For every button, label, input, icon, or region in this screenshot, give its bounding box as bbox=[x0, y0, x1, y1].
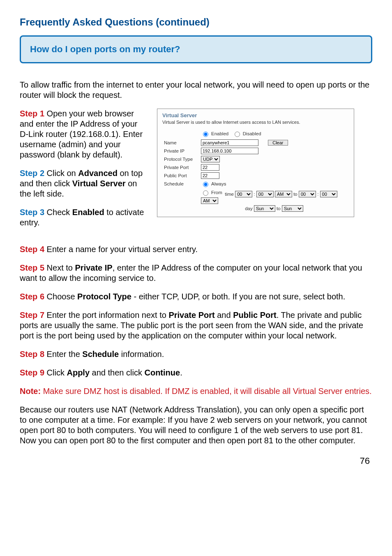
step-7-bold-a: Private Port bbox=[168, 310, 214, 320]
step-8-text-b: information. bbox=[119, 350, 164, 359]
step-9-bold-a: Apply bbox=[67, 368, 90, 377]
step-3: Step 3 Check Enabled to activate entry. bbox=[20, 207, 147, 228]
clear-button[interactable]: Clear bbox=[268, 140, 288, 146]
step-5-bold-a: Private IP bbox=[75, 263, 113, 272]
step-4-text: Enter a name for your virtual server ent… bbox=[44, 245, 198, 254]
step-2: Step 2 Click on Advanced on top and then… bbox=[20, 168, 147, 199]
step-7: Step 7 Enter the port information next t… bbox=[20, 310, 372, 341]
step-9-label: Step 9 bbox=[20, 368, 44, 377]
day-label: day bbox=[245, 206, 253, 211]
panel-desc: Virtual Server is used to allow Internet… bbox=[162, 120, 349, 125]
public-port-input[interactable] bbox=[201, 172, 219, 179]
day-to-select[interactable]: Sun bbox=[282, 205, 303, 212]
enabled-radio[interactable] bbox=[203, 132, 208, 137]
step-2-bold-a: Advanced bbox=[78, 169, 118, 178]
time-label: time bbox=[225, 192, 234, 197]
day-from-select[interactable]: Sun bbox=[254, 205, 275, 212]
name-input[interactable] bbox=[201, 139, 258, 146]
private-port-label: Private Port bbox=[162, 163, 199, 171]
step-6: Step 6 Choose Protocol Type - either TCP… bbox=[20, 292, 372, 302]
step-8-text-a: Enter the bbox=[44, 350, 82, 359]
disabled-radio[interactable] bbox=[235, 132, 240, 137]
name-label: Name bbox=[162, 139, 199, 147]
step-6-text-a: Choose bbox=[44, 292, 77, 301]
to-ampm-select[interactable]: AM bbox=[201, 197, 218, 204]
protocol-label: Protocol Type bbox=[162, 155, 199, 163]
step-9-bold-b: Continue bbox=[144, 368, 180, 377]
step-9: Step 9 Click Apply and then click Contin… bbox=[20, 368, 372, 378]
public-port-label: Public Port bbox=[162, 171, 199, 180]
private-ip-input[interactable] bbox=[201, 148, 258, 154]
step-6-text-b: - either TCP, UDP, or both. If you are n… bbox=[131, 292, 345, 301]
step-4: Step 4 Enter a name for your virtual ser… bbox=[20, 244, 372, 255]
enabled-label: Enabled bbox=[211, 131, 228, 136]
note: Note: Make sure DMZ host is disabled. If… bbox=[20, 386, 372, 396]
from-ampm-select[interactable]: AM bbox=[275, 191, 292, 197]
page-number: 76 bbox=[20, 456, 372, 466]
schedule-label: Schedule bbox=[162, 180, 199, 213]
step-3-bold-a: Enabled bbox=[72, 208, 104, 217]
private-port-input[interactable] bbox=[201, 164, 219, 171]
to-hour-select[interactable]: 00 bbox=[299, 191, 316, 197]
to-label-1: to bbox=[293, 192, 297, 197]
protocol-select[interactable]: UDP bbox=[201, 156, 220, 162]
step-1: Step 1 Open your web browser and enter t… bbox=[20, 109, 147, 160]
from-hour-select[interactable]: 00 bbox=[235, 191, 252, 197]
disabled-label: Disabled bbox=[243, 131, 261, 136]
page-title: Frequently Asked Questions (continued) bbox=[20, 16, 372, 28]
step-6-label: Step 6 bbox=[20, 292, 44, 301]
intro-text: To allow traffic from the internet to en… bbox=[20, 80, 372, 100]
step-7-bold-b: Public Port bbox=[233, 310, 277, 320]
step-4-label: Step 4 bbox=[20, 245, 44, 254]
step-5-label: Step 5 bbox=[20, 263, 44, 272]
step-7-label: Step 7 bbox=[20, 310, 44, 320]
note-text: Make sure DMZ host is disabled. If DMZ i… bbox=[41, 387, 372, 396]
from-label: From bbox=[211, 190, 222, 195]
panel-title: Virtual Server bbox=[162, 112, 349, 118]
to-label-2: to bbox=[277, 206, 281, 211]
step-1-label: Step 1 bbox=[20, 109, 44, 118]
step-8-bold-a: Schedule bbox=[82, 350, 119, 359]
from-radio[interactable] bbox=[203, 190, 208, 196]
step-3-text-a: Check bbox=[44, 208, 72, 217]
step-9-text-b: and then click bbox=[90, 368, 144, 377]
step-3-label: Step 3 bbox=[20, 208, 44, 217]
always-radio[interactable] bbox=[203, 182, 208, 187]
from-min-select[interactable]: 00 bbox=[256, 191, 274, 197]
step-2-text-a: Click on bbox=[44, 169, 78, 178]
always-label: Always bbox=[211, 181, 226, 186]
step-6-bold-a: Protocol Type bbox=[77, 292, 131, 301]
step-2-label: Step 2 bbox=[20, 169, 44, 178]
step-5-text-a: Next to bbox=[44, 263, 75, 272]
to-min-select[interactable]: 00 bbox=[320, 191, 337, 197]
note-label: Note: bbox=[20, 387, 41, 396]
virtual-server-panel: Virtual Server Virtual Server is used to… bbox=[157, 109, 354, 217]
step-2-bold-b: Virtual Server bbox=[72, 179, 126, 188]
question-text: How do I open ports on my router? bbox=[30, 44, 362, 55]
question-box: How do I open ports on my router? bbox=[20, 35, 372, 63]
step-9-text-a: Click bbox=[44, 368, 67, 377]
step-7-text-b: and bbox=[215, 310, 233, 320]
step-8-label: Step 8 bbox=[20, 350, 44, 359]
step-9-text-c: . bbox=[180, 368, 182, 377]
nat-text: Because our routers use NAT (Network Add… bbox=[20, 405, 372, 446]
step-5: Step 5 Next to Private IP, enter the IP … bbox=[20, 263, 372, 283]
private-ip-label: Private IP bbox=[162, 147, 199, 155]
step-8: Step 8 Enter the Schedule information. bbox=[20, 349, 372, 359]
step-7-text-a: Enter the port information next to bbox=[44, 310, 168, 320]
